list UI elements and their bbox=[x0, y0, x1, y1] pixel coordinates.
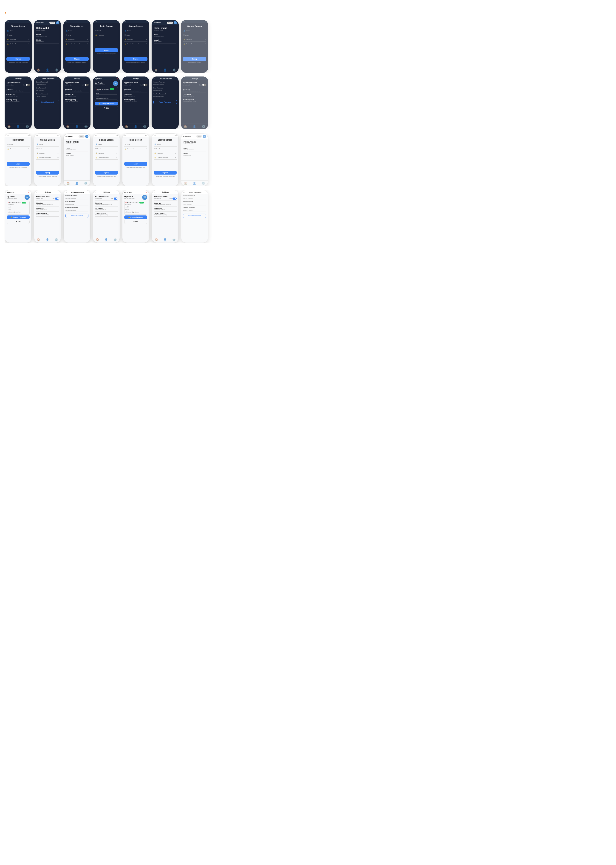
phone-drawer-light: AUTHERPO Search W Hello, walid welcome b… bbox=[63, 133, 91, 186]
phone-signup-dark: 9:41 ●●● Signup Screen 👤 Name ✉ Email bbox=[63, 20, 91, 73]
phone-profile-dark: My Profile ✕ My Profile your account det… bbox=[93, 77, 120, 129]
mobile-version-label bbox=[5, 11, 611, 16]
phone-drawer-dark: AUTHERPO Search W Hello, walid welcome b… bbox=[34, 20, 61, 73]
phone-reset-light: ← Reset Password x Current Password Curr… bbox=[181, 190, 208, 243]
phone-settings-light: ← Settings x Appearance mode current: li… bbox=[93, 190, 120, 243]
phone-settings-dark: ← Settings x Appearance mode current: da… bbox=[5, 77, 32, 129]
phone-settings-light: ← Settings x Appearance mode current: li… bbox=[152, 190, 179, 243]
phone-settings-light: ← Settings x Appearance mode current: li… bbox=[34, 190, 61, 243]
phone-signup-dark: 9:41 ●●● Signup Screen 👤 Name ✉ Email bbox=[5, 20, 32, 73]
phone-settings-dark: ← Settings x Appearance mode current: da… bbox=[122, 77, 149, 129]
dark-row-1: 9:41 ●●● Signup Screen 👤 Name ✉ Email bbox=[5, 20, 611, 73]
phone-profile-light: My Profile ✕ My Profile your account det… bbox=[5, 190, 32, 243]
phone-signup-light: 9:41 ●●● Signup Screen 👤 Name ✉ Email bbox=[152, 133, 179, 186]
light-row-2: My Profile ✕ My Profile your account det… bbox=[5, 190, 611, 243]
dark-row-2: ← Settings x Appearance mode current: da… bbox=[5, 77, 611, 129]
phone-settings-dark: ← Settings x Appearance mode current: da… bbox=[181, 77, 208, 129]
phone-signup-dark: 9:41 ●●● Signup Screen 👤 Name ✉ Email bbox=[181, 20, 208, 73]
phone-login-dark: 9:41 ●●● login Screen ✉ Email 🔒 Password… bbox=[93, 20, 120, 73]
phone-signup-light: 9:41 ●●● Signup Screen 👤 Name ✉ Email bbox=[93, 133, 120, 186]
phone-reset-light: ← Reset Password x Current Password Curr… bbox=[63, 190, 91, 243]
phone-profile-light: My Profile ✕ My Profile your account det… bbox=[122, 190, 149, 243]
phone-settings-dark: ← Settings x Appearance mode current: da… bbox=[63, 77, 91, 129]
phone-reset-dark: ← Reset Password x Current Password Curr… bbox=[34, 77, 61, 129]
phone-signup-dark: 9:41 ●●● Signup Screen 👤 Name ✉ Email bbox=[122, 20, 149, 73]
phone-reset-dark: ← Reset Password x Current Password Curr… bbox=[152, 77, 179, 129]
light-row-1: 9:41 ●●● login Screen ✉ Email 🔒 Password… bbox=[5, 133, 611, 186]
phone-login-light: 9:41 ●●● login Screen ✉ Email 🔒 Password… bbox=[5, 133, 32, 186]
phone-drawer-light: AUTHERPO Search W Hello, walid welcome b… bbox=[181, 133, 208, 186]
phone-signup-light: 9:41 ●●● Signup Screen 👤 Name ✉ Email bbox=[34, 133, 61, 186]
phone-login-light: 9:41 ●●● login Screen ✉ Email 🔒 Password… bbox=[122, 133, 149, 186]
phone-drawer-dark: AUTHERPO Search W Hello, walid welcome b… bbox=[152, 20, 179, 73]
